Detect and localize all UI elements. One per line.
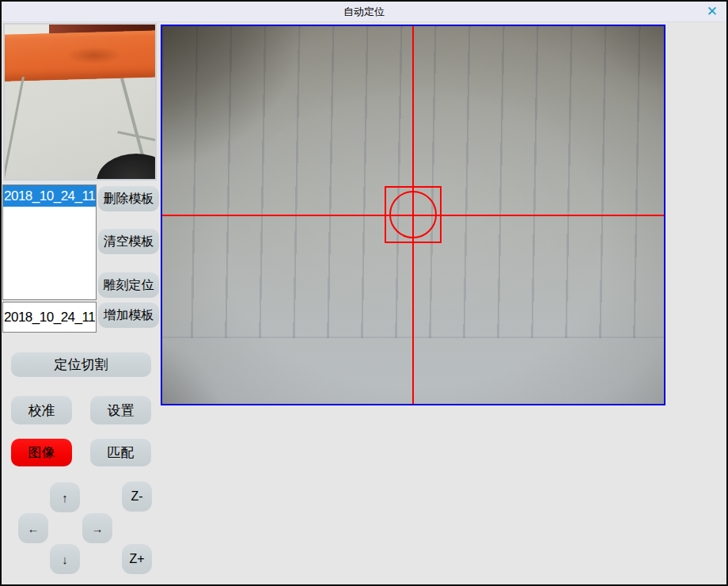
jog-down-button[interactable]: ↓ [50,544,80,574]
position-cut-button[interactable]: 定位切割 [11,352,151,377]
template-name-input[interactable] [2,302,97,333]
window-title: 自动定位 [2,2,726,22]
add-template-button[interactable]: 增加模板 [98,303,159,328]
calibrate-button[interactable]: 校准 [11,396,72,424]
thumbnail-plank-smudge [66,47,122,64]
template-list[interactable]: 2018_10_24_11 [2,185,97,300]
camera-view [161,25,665,405]
template-list-item[interactable]: 2018_10_24_11 [3,185,96,207]
settings-button[interactable]: 设置 [90,396,151,424]
jog-left-button[interactable]: ← [18,513,48,543]
jog-right-button[interactable]: → [82,513,112,543]
delete-template-button[interactable]: 删除模板 [98,186,159,211]
target-circle-overlay [389,191,437,238]
jog-z-plus-button[interactable]: Z+ [122,544,152,574]
jog-up-button[interactable]: ↑ [50,482,80,512]
image-button[interactable]: 图像 [11,439,72,466]
template-thumbnail [3,23,157,181]
titlebar: 自动定位 ✕ [2,2,726,22]
clear-templates-button[interactable]: 清空模板 [98,229,159,254]
match-button[interactable]: 匹配 [90,439,151,466]
jog-z-minus-button[interactable]: Z- [122,481,152,512]
auto-position-window: 自动定位 ✕ 2018_10_24_11 删除模板 清空模板 雕刻定位 增加模板… [0,0,728,586]
close-icon[interactable]: ✕ [707,4,718,20]
engrave-position-button[interactable]: 雕刻定位 [98,272,159,298]
